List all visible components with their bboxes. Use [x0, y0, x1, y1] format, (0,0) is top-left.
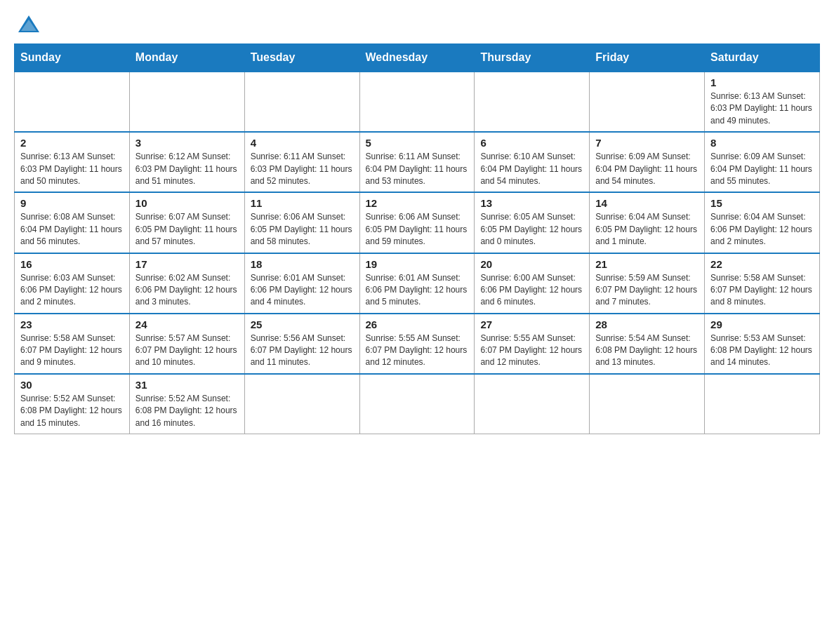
day-info: Sunrise: 6:07 AM Sunset: 6:05 PM Dayligh… [135, 211, 239, 248]
day-number: 15 [710, 197, 814, 209]
day-info: Sunrise: 6:04 AM Sunset: 6:05 PM Dayligh… [595, 211, 699, 248]
day-info: Sunrise: 6:00 AM Sunset: 6:06 PM Dayligh… [480, 272, 583, 309]
day-info: Sunrise: 6:06 AM Sunset: 6:05 PM Dayligh… [366, 211, 469, 248]
day-info: Sunrise: 5:57 AM Sunset: 6:07 PM Dayligh… [135, 333, 239, 369]
day-number: 12 [366, 197, 469, 209]
weekday-header-saturday: Saturday [705, 44, 820, 72]
calendar-cell [475, 72, 590, 132]
calendar-cell: 22Sunrise: 5:58 AM Sunset: 6:07 PM Dayli… [705, 253, 820, 314]
calendar-cell: 28Sunrise: 5:54 AM Sunset: 6:08 PM Dayli… [590, 314, 705, 374]
weekday-header-thursday: Thursday [475, 44, 590, 72]
weekday-header-tuesday: Tuesday [244, 44, 359, 72]
calendar-cell: 4Sunrise: 6:11 AM Sunset: 6:03 PM Daylig… [244, 132, 359, 192]
day-info: Sunrise: 6:09 AM Sunset: 6:04 PM Dayligh… [710, 151, 814, 187]
calendar-cell: 20Sunrise: 6:00 AM Sunset: 6:06 PM Dayli… [475, 253, 590, 314]
logo [14, 14, 42, 36]
calendar-cell: 18Sunrise: 6:01 AM Sunset: 6:06 PM Dayli… [244, 253, 359, 314]
day-number: 3 [135, 137, 239, 149]
day-info: Sunrise: 6:03 AM Sunset: 6:06 PM Dayligh… [20, 272, 124, 309]
day-number: 14 [595, 197, 699, 209]
calendar-cell [244, 374, 359, 434]
day-info: Sunrise: 6:09 AM Sunset: 6:04 PM Dayligh… [595, 151, 699, 187]
calendar-cell: 6Sunrise: 6:10 AM Sunset: 6:04 PM Daylig… [475, 132, 590, 192]
calendar-cell [129, 72, 244, 132]
day-number: 23 [20, 318, 124, 330]
calendar-cell: 11Sunrise: 6:06 AM Sunset: 6:05 PM Dayli… [244, 192, 359, 253]
day-number: 10 [135, 197, 239, 209]
day-info: Sunrise: 5:52 AM Sunset: 6:08 PM Dayligh… [20, 393, 124, 429]
day-info: Sunrise: 6:13 AM Sunset: 6:03 PM Dayligh… [710, 90, 814, 127]
calendar-week-3: 9Sunrise: 6:08 AM Sunset: 6:04 PM Daylig… [15, 192, 820, 253]
calendar-cell: 15Sunrise: 6:04 AM Sunset: 6:06 PM Dayli… [705, 192, 820, 253]
day-info: Sunrise: 6:06 AM Sunset: 6:05 PM Dayligh… [251, 211, 354, 248]
day-info: Sunrise: 6:05 AM Sunset: 6:05 PM Dayligh… [480, 211, 583, 248]
day-info: Sunrise: 6:04 AM Sunset: 6:06 PM Dayligh… [710, 211, 814, 248]
calendar-week-1: 1Sunrise: 6:13 AM Sunset: 6:03 PM Daylig… [15, 72, 820, 132]
calendar-cell: 17Sunrise: 6:02 AM Sunset: 6:06 PM Dayli… [129, 253, 244, 314]
weekday-header-monday: Monday [129, 44, 244, 72]
day-number: 29 [710, 318, 814, 330]
calendar-cell [15, 72, 130, 132]
calendar-cell [475, 374, 590, 434]
calendar-cell: 24Sunrise: 5:57 AM Sunset: 6:07 PM Dayli… [129, 314, 244, 374]
day-number: 20 [480, 258, 583, 270]
day-number: 17 [135, 258, 239, 270]
day-number: 11 [251, 197, 354, 209]
day-info: Sunrise: 6:13 AM Sunset: 6:03 PM Dayligh… [20, 151, 124, 187]
day-number: 22 [710, 258, 814, 270]
day-info: Sunrise: 6:01 AM Sunset: 6:06 PM Dayligh… [251, 272, 354, 309]
day-info: Sunrise: 5:55 AM Sunset: 6:07 PM Dayligh… [480, 333, 583, 369]
calendar-cell: 8Sunrise: 6:09 AM Sunset: 6:04 PM Daylig… [705, 132, 820, 192]
calendar-cell: 12Sunrise: 6:06 AM Sunset: 6:05 PM Dayli… [359, 192, 475, 253]
calendar-cell [590, 374, 705, 434]
calendar-week-2: 2Sunrise: 6:13 AM Sunset: 6:03 PM Daylig… [15, 132, 820, 192]
calendar-cell: 23Sunrise: 5:58 AM Sunset: 6:07 PM Dayli… [15, 314, 130, 374]
calendar-week-4: 16Sunrise: 6:03 AM Sunset: 6:06 PM Dayli… [15, 253, 820, 314]
day-number: 8 [710, 137, 814, 149]
day-info: Sunrise: 5:55 AM Sunset: 6:07 PM Dayligh… [366, 333, 469, 369]
day-info: Sunrise: 5:52 AM Sunset: 6:08 PM Dayligh… [135, 393, 239, 429]
day-number: 4 [251, 137, 354, 149]
calendar-cell: 26Sunrise: 5:55 AM Sunset: 6:07 PM Dayli… [359, 314, 475, 374]
day-number: 25 [251, 318, 354, 330]
day-info: Sunrise: 6:11 AM Sunset: 6:04 PM Dayligh… [366, 151, 469, 187]
day-number: 6 [480, 137, 583, 149]
day-number: 19 [366, 258, 469, 270]
calendar-cell: 25Sunrise: 5:56 AM Sunset: 6:07 PM Dayli… [244, 314, 359, 374]
page-header [14, 14, 820, 36]
calendar-cell: 2Sunrise: 6:13 AM Sunset: 6:03 PM Daylig… [15, 132, 130, 192]
day-number: 18 [251, 258, 354, 270]
calendar-cell: 19Sunrise: 6:01 AM Sunset: 6:06 PM Dayli… [359, 253, 475, 314]
calendar-cell: 9Sunrise: 6:08 AM Sunset: 6:04 PM Daylig… [15, 192, 130, 253]
calendar-cell: 16Sunrise: 6:03 AM Sunset: 6:06 PM Dayli… [15, 253, 130, 314]
calendar-cell [359, 374, 475, 434]
calendar-cell [590, 72, 705, 132]
day-info: Sunrise: 5:58 AM Sunset: 6:07 PM Dayligh… [710, 272, 814, 309]
calendar-cell: 21Sunrise: 5:59 AM Sunset: 6:07 PM Dayli… [590, 253, 705, 314]
day-info: Sunrise: 5:53 AM Sunset: 6:08 PM Dayligh… [710, 333, 814, 369]
calendar-cell: 13Sunrise: 6:05 AM Sunset: 6:05 PM Dayli… [475, 192, 590, 253]
day-info: Sunrise: 6:10 AM Sunset: 6:04 PM Dayligh… [480, 151, 583, 187]
day-info: Sunrise: 5:54 AM Sunset: 6:08 PM Dayligh… [595, 333, 699, 369]
day-number: 13 [480, 197, 583, 209]
weekday-header-row: SundayMondayTuesdayWednesdayThursdayFrid… [15, 44, 820, 72]
day-number: 2 [20, 137, 124, 149]
day-number: 27 [480, 318, 583, 330]
weekday-header-wednesday: Wednesday [359, 44, 475, 72]
calendar-cell [244, 72, 359, 132]
calendar-cell: 14Sunrise: 6:04 AM Sunset: 6:05 PM Dayli… [590, 192, 705, 253]
day-number: 5 [366, 137, 469, 149]
calendar-cell: 29Sunrise: 5:53 AM Sunset: 6:08 PM Dayli… [705, 314, 820, 374]
calendar-cell: 10Sunrise: 6:07 AM Sunset: 6:05 PM Dayli… [129, 192, 244, 253]
day-number: 9 [20, 197, 124, 209]
day-number: 28 [595, 318, 699, 330]
day-info: Sunrise: 5:56 AM Sunset: 6:07 PM Dayligh… [251, 333, 354, 369]
calendar-cell: 1Sunrise: 6:13 AM Sunset: 6:03 PM Daylig… [705, 72, 820, 132]
calendar-cell: 7Sunrise: 6:09 AM Sunset: 6:04 PM Daylig… [590, 132, 705, 192]
day-info: Sunrise: 6:11 AM Sunset: 6:03 PM Dayligh… [251, 151, 354, 187]
calendar-week-5: 23Sunrise: 5:58 AM Sunset: 6:07 PM Dayli… [15, 314, 820, 374]
weekday-header-friday: Friday [590, 44, 705, 72]
day-info: Sunrise: 6:08 AM Sunset: 6:04 PM Dayligh… [20, 211, 124, 248]
day-info: Sunrise: 6:01 AM Sunset: 6:06 PM Dayligh… [366, 272, 469, 309]
day-number: 16 [20, 258, 124, 270]
